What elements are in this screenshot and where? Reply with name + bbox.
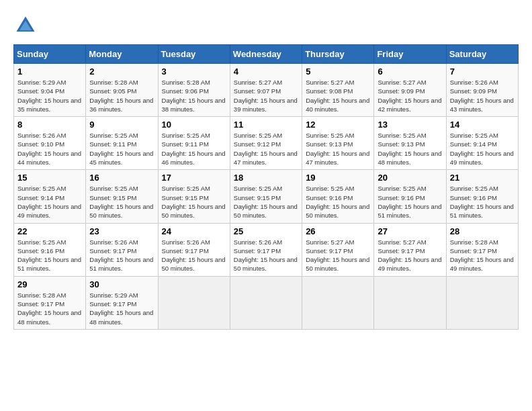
day-number: 3 bbox=[162, 66, 226, 77]
day-number: 25 bbox=[234, 226, 298, 236]
calendar-cell: 7Sunrise: 5:26 AMSunset: 9:09 PMDaylight… bbox=[446, 64, 518, 117]
day-number: 28 bbox=[450, 226, 515, 236]
day-header-friday: Friday bbox=[374, 45, 446, 64]
day-number: 12 bbox=[306, 120, 370, 130]
day-number: 27 bbox=[378, 226, 442, 236]
day-number: 14 bbox=[450, 120, 515, 130]
calendar-cell: 13Sunrise: 5:25 AMSunset: 9:13 PMDayligh… bbox=[374, 117, 446, 170]
day-number: 21 bbox=[450, 173, 515, 183]
calendar-table: SundayMondayTuesdayWednesdayThursdayFrid… bbox=[13, 44, 519, 330]
calendar-cell: 6Sunrise: 5:27 AMSunset: 9:09 PMDaylight… bbox=[374, 64, 446, 117]
calendar-week-row: 29Sunrise: 5:28 AMSunset: 9:17 PMDayligh… bbox=[14, 276, 519, 329]
calendar-cell: 12Sunrise: 5:25 AMSunset: 9:13 PMDayligh… bbox=[302, 117, 374, 170]
day-number: 18 bbox=[234, 173, 298, 183]
calendar-cell bbox=[374, 276, 446, 329]
calendar-header-row: SundayMondayTuesdayWednesdayThursdayFrid… bbox=[14, 45, 519, 64]
day-info: Sunrise: 5:25 AMSunset: 9:15 PMDaylight:… bbox=[234, 184, 298, 220]
day-info: Sunrise: 5:27 AMSunset: 9:17 PMDaylight:… bbox=[306, 238, 370, 273]
day-number: 30 bbox=[89, 279, 154, 289]
calendar-cell: 1Sunrise: 5:29 AMSunset: 9:04 PMDaylight… bbox=[14, 64, 86, 117]
calendar-cell: 29Sunrise: 5:28 AMSunset: 9:17 PMDayligh… bbox=[14, 276, 86, 329]
day-header-sunday: Sunday bbox=[14, 45, 86, 64]
calendar-cell: 26Sunrise: 5:27 AMSunset: 9:17 PMDayligh… bbox=[302, 223, 374, 276]
calendar-cell: 9Sunrise: 5:25 AMSunset: 9:11 PMDaylight… bbox=[86, 117, 158, 170]
day-info: Sunrise: 5:25 AMSunset: 9:15 PMDaylight:… bbox=[89, 184, 154, 220]
day-info: Sunrise: 5:28 AMSunset: 9:05 PMDaylight:… bbox=[89, 78, 154, 113]
calendar-cell: 21Sunrise: 5:25 AMSunset: 9:16 PMDayligh… bbox=[446, 170, 518, 223]
day-number: 1 bbox=[17, 66, 82, 77]
day-info: Sunrise: 5:25 AMSunset: 9:15 PMDaylight:… bbox=[162, 184, 226, 220]
logo bbox=[13, 13, 40, 38]
calendar-cell: 4Sunrise: 5:27 AMSunset: 9:07 PMDaylight… bbox=[230, 64, 302, 117]
day-number: 9 bbox=[89, 120, 154, 130]
day-info: Sunrise: 5:25 AMSunset: 9:14 PMDaylight:… bbox=[17, 184, 82, 220]
calendar-cell: 17Sunrise: 5:25 AMSunset: 9:15 PMDayligh… bbox=[158, 170, 230, 223]
day-number: 19 bbox=[306, 173, 370, 183]
day-number: 22 bbox=[17, 226, 82, 236]
day-number: 26 bbox=[306, 226, 370, 236]
day-info: Sunrise: 5:28 AMSunset: 9:17 PMDaylight:… bbox=[17, 291, 82, 326]
day-info: Sunrise: 5:25 AMSunset: 9:16 PMDaylight:… bbox=[378, 184, 442, 220]
calendar-cell bbox=[446, 276, 518, 329]
day-header-monday: Monday bbox=[86, 45, 158, 64]
day-info: Sunrise: 5:26 AMSunset: 9:09 PMDaylight:… bbox=[450, 78, 515, 113]
day-info: Sunrise: 5:26 AMSunset: 9:17 PMDaylight:… bbox=[234, 238, 298, 273]
calendar-week-row: 8Sunrise: 5:26 AMSunset: 9:10 PMDaylight… bbox=[14, 117, 519, 170]
day-number: 13 bbox=[378, 120, 442, 130]
calendar-cell: 15Sunrise: 5:25 AMSunset: 9:14 PMDayligh… bbox=[14, 170, 86, 223]
day-info: Sunrise: 5:26 AMSunset: 9:17 PMDaylight:… bbox=[89, 238, 154, 273]
calendar-cell bbox=[158, 276, 230, 329]
calendar-cell: 5Sunrise: 5:27 AMSunset: 9:08 PMDaylight… bbox=[302, 64, 374, 117]
calendar-cell bbox=[230, 276, 302, 329]
calendar-cell: 30Sunrise: 5:29 AMSunset: 9:17 PMDayligh… bbox=[86, 276, 158, 329]
day-header-wednesday: Wednesday bbox=[230, 45, 302, 64]
logo-icon bbox=[13, 13, 38, 38]
calendar-cell: 19Sunrise: 5:25 AMSunset: 9:16 PMDayligh… bbox=[302, 170, 374, 223]
day-info: Sunrise: 5:29 AMSunset: 9:04 PMDaylight:… bbox=[17, 78, 82, 113]
day-info: Sunrise: 5:27 AMSunset: 9:07 PMDaylight:… bbox=[234, 78, 298, 113]
day-number: 7 bbox=[450, 66, 515, 77]
calendar-cell: 23Sunrise: 5:26 AMSunset: 9:17 PMDayligh… bbox=[86, 223, 158, 276]
calendar-cell: 11Sunrise: 5:25 AMSunset: 9:12 PMDayligh… bbox=[230, 117, 302, 170]
calendar-cell: 18Sunrise: 5:25 AMSunset: 9:15 PMDayligh… bbox=[230, 170, 302, 223]
calendar-cell: 2Sunrise: 5:28 AMSunset: 9:05 PMDaylight… bbox=[86, 64, 158, 117]
day-header-tuesday: Tuesday bbox=[158, 45, 230, 64]
calendar-cell: 20Sunrise: 5:25 AMSunset: 9:16 PMDayligh… bbox=[374, 170, 446, 223]
day-number: 4 bbox=[234, 66, 298, 77]
calendar-week-row: 1Sunrise: 5:29 AMSunset: 9:04 PMDaylight… bbox=[14, 64, 519, 117]
day-info: Sunrise: 5:28 AMSunset: 9:06 PMDaylight:… bbox=[162, 78, 226, 113]
day-number: 15 bbox=[17, 173, 82, 183]
day-info: Sunrise: 5:25 AMSunset: 9:11 PMDaylight:… bbox=[89, 131, 154, 167]
day-number: 11 bbox=[234, 120, 298, 130]
day-number: 29 bbox=[17, 279, 82, 289]
day-number: 20 bbox=[378, 173, 442, 183]
day-info: Sunrise: 5:27 AMSunset: 9:09 PMDaylight:… bbox=[378, 78, 442, 113]
day-info: Sunrise: 5:28 AMSunset: 9:17 PMDaylight:… bbox=[450, 238, 515, 273]
day-info: Sunrise: 5:25 AMSunset: 9:11 PMDaylight:… bbox=[162, 131, 226, 167]
day-info: Sunrise: 5:27 AMSunset: 9:17 PMDaylight:… bbox=[378, 238, 442, 273]
calendar-cell: 8Sunrise: 5:26 AMSunset: 9:10 PMDaylight… bbox=[14, 117, 86, 170]
day-number: 16 bbox=[89, 173, 154, 183]
calendar-cell: 28Sunrise: 5:28 AMSunset: 9:17 PMDayligh… bbox=[446, 223, 518, 276]
day-info: Sunrise: 5:25 AMSunset: 9:13 PMDaylight:… bbox=[306, 131, 370, 167]
day-info: Sunrise: 5:25 AMSunset: 9:16 PMDaylight:… bbox=[306, 184, 370, 220]
day-info: Sunrise: 5:25 AMSunset: 9:16 PMDaylight:… bbox=[450, 184, 515, 220]
calendar-cell: 14Sunrise: 5:25 AMSunset: 9:14 PMDayligh… bbox=[446, 117, 518, 170]
day-info: Sunrise: 5:27 AMSunset: 9:08 PMDaylight:… bbox=[306, 78, 370, 113]
day-info: Sunrise: 5:29 AMSunset: 9:17 PMDaylight:… bbox=[89, 291, 154, 326]
calendar-cell: 27Sunrise: 5:27 AMSunset: 9:17 PMDayligh… bbox=[374, 223, 446, 276]
day-info: Sunrise: 5:25 AMSunset: 9:16 PMDaylight:… bbox=[17, 238, 82, 273]
day-number: 10 bbox=[162, 120, 226, 130]
day-number: 24 bbox=[162, 226, 226, 236]
calendar-cell: 25Sunrise: 5:26 AMSunset: 9:17 PMDayligh… bbox=[230, 223, 302, 276]
day-info: Sunrise: 5:26 AMSunset: 9:10 PMDaylight:… bbox=[17, 131, 82, 167]
day-info: Sunrise: 5:25 AMSunset: 9:12 PMDaylight:… bbox=[234, 131, 298, 167]
day-number: 5 bbox=[306, 66, 370, 77]
day-info: Sunrise: 5:25 AMSunset: 9:14 PMDaylight:… bbox=[450, 131, 515, 167]
day-info: Sunrise: 5:25 AMSunset: 9:13 PMDaylight:… bbox=[378, 131, 442, 167]
day-number: 8 bbox=[17, 120, 82, 130]
calendar-cell: 16Sunrise: 5:25 AMSunset: 9:15 PMDayligh… bbox=[86, 170, 158, 223]
day-info: Sunrise: 5:26 AMSunset: 9:17 PMDaylight:… bbox=[162, 238, 226, 273]
calendar-cell: 3Sunrise: 5:28 AMSunset: 9:06 PMDaylight… bbox=[158, 64, 230, 117]
header bbox=[13, 13, 519, 38]
